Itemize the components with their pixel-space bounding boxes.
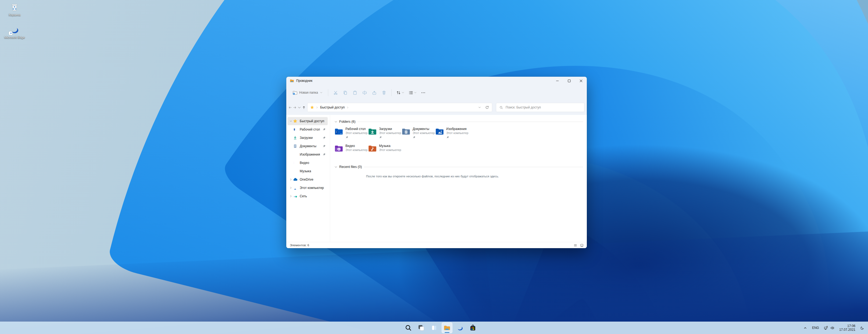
store-button[interactable] — [467, 323, 478, 333]
sidebar-item[interactable]: Сеть — [287, 192, 328, 200]
sidebar-item[interactable]: OneDrive — [287, 175, 328, 184]
taskview-icon — [418, 325, 424, 331]
sidebar-item[interactable]: Документы — [287, 142, 328, 150]
file-explorer-button[interactable] — [442, 323, 453, 333]
edge-button[interactable] — [455, 323, 465, 333]
folder-tile[interactable]: Документы Этот компьютер — [402, 127, 435, 144]
sidebar-item[interactable]: Музыка — [287, 167, 328, 175]
network-icon — [824, 326, 828, 330]
folder-tile[interactable]: Видео Этот компьютер — [334, 144, 368, 161]
max-icon — [568, 80, 570, 82]
status-thumb-icon — [581, 244, 583, 247]
close-button[interactable] — [575, 77, 587, 85]
chev-down-icon — [298, 107, 300, 108]
view-button[interactable] — [407, 88, 418, 97]
search-input[interactable]: Поиск: Быстрый доступ — [496, 103, 584, 112]
widgets-icon — [431, 325, 437, 331]
paste-icon — [353, 91, 356, 94]
sort-button[interactable] — [395, 88, 406, 97]
folder-videos-icon — [335, 146, 343, 151]
recent-files-section-header[interactable]: Recent files (0) — [334, 164, 583, 170]
details-view-button[interactable] — [572, 243, 578, 248]
sidebar-item[interactable]: Изображения — [287, 150, 328, 159]
star-icon — [293, 119, 297, 122]
folders-section-header[interactable]: Folders (6) — [334, 119, 583, 124]
up-icon — [303, 106, 305, 109]
folder-tile-name: Документы — [413, 127, 435, 131]
sidebar-item[interactable]: Этот компьютер — [287, 184, 328, 192]
sidebar-item-label: Изображения — [300, 152, 320, 156]
start-button[interactable] — [390, 323, 401, 333]
new-folder-button[interactable]: Новая папка — [290, 88, 325, 98]
pin-icon — [379, 136, 382, 139]
folder-tile-location: Этот компьютер — [345, 131, 368, 135]
see-more-button[interactable] — [420, 88, 427, 97]
folder-tile[interactable]: Музыка Этот компьютер — [368, 144, 402, 161]
widgets-button[interactable] — [429, 323, 439, 333]
taskbar: ENG 17:06 17.07.2021 — [0, 322, 868, 334]
sidebar-item[interactable]: Загрузки — [287, 134, 328, 142]
delete-button[interactable] — [379, 88, 389, 97]
up-button[interactable] — [302, 104, 306, 111]
folder-tile[interactable]: Изображения Этот компьютер — [435, 127, 469, 144]
sidebar-item-label: Музыка — [300, 169, 311, 173]
folder-icon — [290, 79, 294, 83]
sidebar-item[interactable]: Рабочий стол — [287, 126, 328, 134]
paste-button[interactable] — [350, 88, 360, 97]
folder-tile-name: Изображения — [446, 127, 468, 131]
address-dropdown-button[interactable] — [476, 104, 483, 111]
navigation-pane: Быстрый доступ Рабочий стол — [286, 115, 330, 242]
folder-tile-location: Этот компьютер — [379, 148, 401, 152]
recycle-icon — [12, 4, 17, 11]
quick-access-star-icon — [310, 106, 314, 109]
recent-locations-button[interactable] — [297, 104, 301, 111]
back-button[interactable] — [288, 104, 292, 111]
downloads-icon — [294, 136, 296, 139]
window-title: Проводник — [296, 79, 312, 83]
language-indicator[interactable]: ENG — [810, 323, 821, 333]
moon-icon — [860, 326, 864, 330]
desktop: Корзина Microsoft Edge Проводник — [0, 0, 868, 334]
maximize-button[interactable] — [563, 77, 575, 85]
forward-button[interactable] — [292, 104, 297, 111]
volume-icon — [830, 326, 834, 330]
cut-button[interactable] — [331, 88, 340, 97]
copy-button[interactable] — [341, 88, 350, 97]
pin-icon — [322, 144, 326, 148]
tray-overflow-button[interactable] — [801, 323, 809, 333]
chevron-down-icon — [478, 106, 481, 109]
breadcrumb-item[interactable]: Быстрый доступ — [320, 106, 345, 109]
clock[interactable]: 17:06 17.07.2021 — [837, 323, 858, 333]
task-view-button[interactable] — [416, 323, 427, 333]
minimize-button[interactable] — [551, 77, 563, 85]
share-button[interactable] — [370, 88, 379, 97]
folder-downloads-icon — [369, 129, 376, 135]
search-button[interactable] — [403, 323, 414, 333]
focus-assist-button[interactable] — [858, 323, 866, 333]
chevron-down-icon — [334, 120, 337, 123]
pin-icon — [322, 153, 326, 156]
folder-tile[interactable]: Загрузки Этот компьютер — [368, 127, 402, 144]
edge-icon — [457, 325, 463, 331]
recycle-bin-desktop-icon[interactable]: Корзина — [1, 2, 28, 17]
folder-tile-name: Музыка — [379, 144, 401, 148]
sidebar-item-label: Быстрый доступ — [300, 119, 324, 123]
chevron-up-icon — [803, 326, 807, 330]
sidebar-item[interactable]: Быстрый доступ — [287, 117, 328, 125]
edge-desktop-icon[interactable]: Microsoft Edge — [1, 25, 28, 39]
new-folder-icon — [292, 90, 297, 95]
delete-icon — [382, 91, 385, 94]
sidebar-item[interactable]: Видео — [287, 159, 328, 167]
folder-tile[interactable]: Рабочий стол Этот компьютер — [334, 127, 368, 144]
network-volume-button[interactable] — [822, 323, 837, 333]
chevron-right-icon — [316, 106, 318, 109]
refresh-button[interactable] — [483, 104, 491, 111]
onedrive-icon — [293, 178, 297, 180]
explorer-icon — [444, 326, 450, 330]
pin-icon — [413, 136, 415, 139]
rename-button[interactable] — [360, 88, 369, 97]
large-icons-view-button[interactable] — [579, 243, 585, 248]
address-bar[interactable]: Быстрый доступ — [307, 103, 492, 112]
chevron-down-icon — [289, 120, 292, 122]
desktop-icon — [293, 128, 297, 131]
